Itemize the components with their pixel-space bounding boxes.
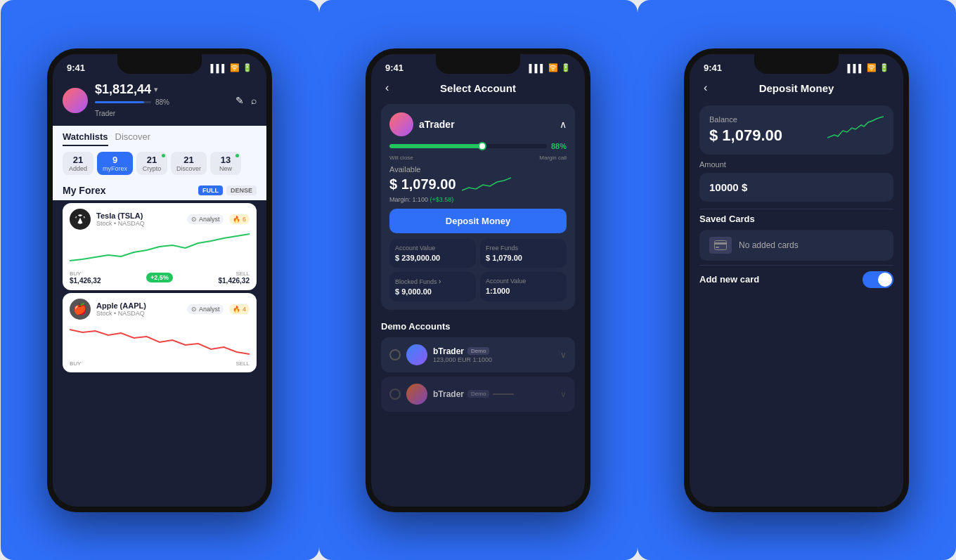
toggle-knob [878,273,892,287]
phone1-header: $1,812,44 ▾ 88% Trader ✎ ⌕ [53,79,266,126]
balance-value: $1,812,44 [95,82,151,97]
cat-myforex-num: 9 [112,155,117,165]
radio-1[interactable] [389,349,401,360]
chevron-up-icon[interactable]: ∧ [560,119,567,130]
balance-left: Balance $ 1,079.00 [709,115,782,145]
margin-info: Margin: 1:100 (+$3.58) [389,196,567,203]
cat-crypto-lbl: Crypto [143,165,162,172]
status-time-3: 9:41 [704,63,722,73]
phone3-panel: 9:41 ▌▌▌ 🛜 🔋 ‹ Deposit Money Balance $ 1… [638,0,956,560]
apple-bottom: BUY SELL [70,360,250,367]
demo-info-2: bTrader Demo [433,389,514,399]
available-amount: $ 1,079.00 [389,175,567,195]
stock-row1-tesla: Tesla (TSLA) Stock • NASDAQ ⊙ Analyst 🔥 … [70,209,250,230]
search-icon[interactable]: ⌕ [251,95,257,106]
balance-arrow: ▾ [154,85,158,94]
wifi-icon-2: 🛜 [548,63,558,72]
cat-discover-lbl: Discover [176,165,201,172]
dense-btn[interactable]: DENSE [226,185,257,195]
status-icons-2: ▌▌▌ 🛜 🔋 [529,63,571,72]
account-card[interactable]: aTrader ∧ 88% Will close Margin call [381,104,575,310]
margin-bar-row: 88% [389,142,567,150]
progress-fill [95,101,144,103]
header-icons: ✎ ⌕ [235,95,257,106]
green-dot-crypto [162,154,165,157]
cat-discover-num: 21 [183,155,193,165]
saved-section: Saved Cards No added cards [699,214,893,261]
back-arrow-3[interactable]: ‹ [704,82,707,94]
analyst-icon2: ⊙ [191,306,197,313]
stat-blocked-funds[interactable]: Blocked Funds › $ 9,000.00 [389,272,476,301]
svg-rect-1 [714,242,727,245]
account-avatar [389,112,413,136]
demo-avatar-1 [406,344,427,365]
demo-item-1[interactable]: bTrader Demo 123,000 EUR 1:1000 ∨ [381,337,575,372]
demo-name-2: bTrader [433,389,464,399]
balance-section: Balance $ 1,079.00 [699,105,893,155]
account-name-row: aTrader [419,119,560,130]
tesla-chart [70,233,250,268]
account-card-top: aTrader ∧ [389,112,567,136]
radio-2[interactable] [389,389,401,400]
tesla-info: Tesla (TSLA) Stock • NASDAQ [96,211,181,227]
card-icon [709,237,732,254]
tesla-buy: BUY $1,426,32 [70,271,101,285]
stock-card-tesla[interactable]: Tesla (TSLA) Stock • NASDAQ ⊙ Analyst 🔥 … [63,203,257,290]
tesla-name: Tesla (TSLA) [96,211,181,220]
cat-crypto-num: 21 [147,155,157,165]
demo-item-2[interactable]: bTrader Demo ∨ [381,377,575,412]
amount-section: Amount 10000 $ [699,160,893,202]
margin-labels: Will close Margin call [389,155,567,161]
apple-icon: 🍎 [70,299,91,320]
status-icons-3: ▌▌▌ 🛜 🔋 [848,63,889,72]
stat-free-funds: Free Funds $ 1,079.00 [480,239,567,268]
margin-fill [389,144,484,148]
stat-label-1: Account Value [395,245,470,252]
header-middle: $1,812,44 ▾ 88% Trader [95,82,228,119]
full-btn[interactable]: FULL [198,185,223,195]
progress-row: 88% [95,98,228,106]
cat-new[interactable]: 13 New [210,152,241,175]
margin-call-label: Margin call [539,155,567,161]
cat-myforex[interactable]: 9 myForex [97,152,133,175]
account-mini-chart [462,175,511,195]
divider-2 [699,265,893,266]
tesla-bottom: BUY $1,426,32 +2,5% SELL $1,426,32 [70,271,250,285]
cat-discover[interactable]: 21 Discover [171,152,207,175]
edit-icon[interactable]: ✎ [235,95,244,106]
progress-pct: 88% [155,98,169,106]
demo-sub-1: 123,000 EUR 1:1000 [433,356,492,363]
demo-avatar-2 [406,384,427,405]
stat-val-4: 1:1000 [486,287,561,295]
svg-rect-2 [716,247,719,248]
status-time-1: 9:41 [67,63,85,73]
amount-input[interactable]: 10000 $ [699,173,893,202]
balance-row: $1,812,44 ▾ [95,82,228,97]
tesla-fire: 🔥 6 [229,214,250,224]
stock-card-apple[interactable]: 🍎 Apple (AAPL) Stock • NASDAQ ⊙ Analyst … [63,293,257,372]
phone1-panel: 9:41 ▌▌▌ 🛜 🔋 $1,812,44 ▾ [1,0,319,560]
will-close-label: Will close [389,155,413,161]
my-forex-title: My Forex [63,185,105,196]
status-time-2: 9:41 [385,63,403,73]
cat-crypto[interactable]: 21 Crypto [136,152,167,175]
stat-account-value: Account Value $ 239,000.00 [389,239,476,268]
add-card-toggle[interactable] [863,271,893,288]
apple-sell: SELL [235,360,250,367]
phone2-screen: 9:41 ▌▌▌ 🛜 🔋 ‹ Select Account aTrader [371,54,585,507]
notch3 [754,54,839,74]
tesla-change: +2,5% [146,273,173,282]
margin-pct: 88% [551,142,567,150]
tab-watchlists[interactable]: Watchlists [63,131,108,146]
back-arrow-2[interactable]: ‹ [385,82,389,94]
demo-title: Demo Accounts [381,321,575,332]
saved-cards-title: Saved Cards [699,214,893,224]
trader-label: Trader [95,110,115,117]
apple-fire: 🔥 4 [229,304,250,314]
cat-added-num: 21 [73,155,83,165]
cat-added[interactable]: 21 Added [63,152,93,175]
deposit-money-btn[interactable]: Deposit Money [389,209,567,233]
signal-icon-3: ▌▌▌ [848,64,864,72]
phone3: 9:41 ▌▌▌ 🛜 🔋 ‹ Deposit Money Balance $ 1… [684,48,909,512]
tab-discover[interactable]: Discover [115,131,151,146]
